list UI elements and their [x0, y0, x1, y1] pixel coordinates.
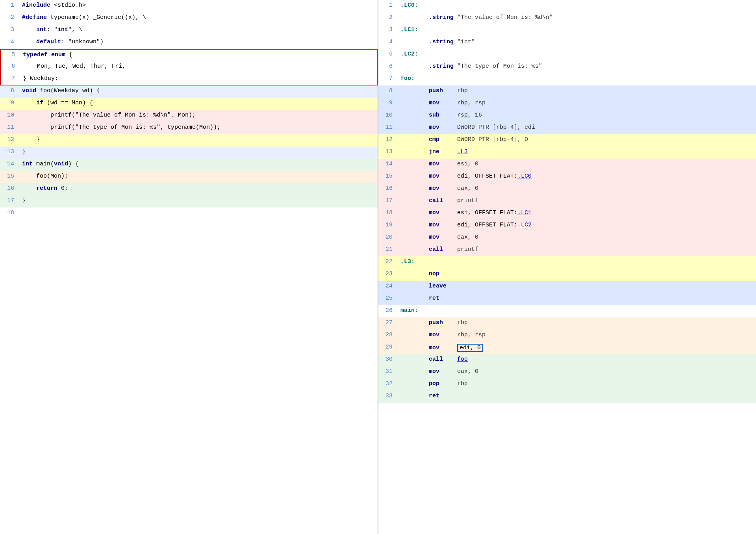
right-line-24: 24 leave	[378, 281, 756, 293]
asm-line-content: .string "int"	[397, 37, 756, 49]
right-line-6: 6 .string "The type of Mon is: %s"	[378, 61, 756, 73]
line-content: }	[19, 146, 378, 159]
asm-line-content: leave	[397, 281, 756, 293]
line-number: 21	[378, 244, 397, 256]
line-number: 16	[0, 183, 19, 195]
line-number: 10	[378, 110, 397, 122]
asm-line-content: mov eax, 0	[397, 183, 756, 195]
asm-line-content: mov esi, OFFSET FLAT:.LC1	[397, 208, 756, 220]
line-number: 9	[0, 98, 19, 110]
line-number: 3	[0, 24, 19, 37]
left-line-2: 2#define typename(x) _Generic((x), \	[0, 12, 378, 24]
line-number: 4	[378, 37, 397, 49]
right-line-32: 32 pop rbp	[378, 378, 756, 391]
asm-line-content: mov esi, 0	[397, 159, 756, 171]
asm-line-content: .LC0:	[397, 0, 756, 12]
right-line-20: 20 mov eax, 0	[378, 232, 756, 244]
right-line-18: 18 mov esi, OFFSET FLAT:.LC1	[378, 208, 756, 220]
line-number: 5	[1, 50, 20, 61]
asm-line-content: call printf	[397, 244, 756, 256]
line-content: default: "unknown")	[19, 37, 378, 49]
line-content: typedef enum {	[20, 50, 377, 61]
line-number: 29	[378, 342, 397, 354]
asm-line-content: mov rbp, rsp	[397, 330, 756, 342]
line-content: int: "int", \	[19, 24, 378, 37]
line-number: 14	[0, 159, 19, 171]
line-content: void foo(Weekday wd) {	[19, 85, 378, 98]
left-line-13: 13}	[0, 146, 378, 159]
line-content: }	[19, 134, 378, 146]
left-line-15: 15 foo(Mon);	[0, 171, 378, 183]
left-line-18: 18	[0, 208, 378, 220]
right-line-9: 9 mov rbp, rsp	[378, 98, 756, 110]
line-number: 31	[378, 366, 397, 378]
left-line-10: 10 printf("The value of Mon is: %d\n", M…	[0, 110, 378, 122]
right-line-8: 8 push rbp	[378, 85, 756, 98]
left-line-3: 3 int: "int", \	[0, 24, 378, 37]
line-number: 3	[378, 24, 397, 37]
asm-line-content: mov edi, 0	[397, 342, 756, 354]
line-number: 17	[378, 195, 397, 208]
right-line-27: 27 push rbp	[378, 317, 756, 330]
line-number: 12	[0, 134, 19, 146]
right-line-25: 25 ret	[378, 293, 756, 305]
line-number: 1	[0, 0, 19, 12]
line-number: 7	[1, 73, 20, 85]
left-line-1: 1#include <stdio.h>	[0, 0, 378, 12]
asm-line-content: mov rbp, rsp	[397, 98, 756, 110]
line-content: printf("The value of Mon is: %d\n", Mon)…	[19, 110, 378, 122]
asm-line-content: call foo	[397, 354, 756, 366]
asm-line-content: jne .L3	[397, 146, 756, 159]
line-number: 2	[378, 12, 397, 24]
line-content: Mon, Tue, Wed, Thur, Fri,	[20, 61, 377, 73]
line-content	[19, 208, 378, 220]
line-number: 23	[378, 269, 397, 281]
right-line-16: 16 mov eax, 0	[378, 183, 756, 195]
right-line-31: 31 mov eax, 0	[378, 366, 756, 378]
asm-line-content: ret	[397, 293, 756, 305]
asm-line-content: mov eax, 0	[397, 366, 756, 378]
left-line-17: 17}	[0, 195, 378, 208]
asm-line-content: nop	[397, 269, 756, 281]
asm-line-content: main:	[397, 305, 756, 317]
asm-line-content: .string "The type of Mon is: %s"	[397, 61, 756, 73]
line-number: 8	[378, 85, 397, 98]
line-number: 24	[378, 281, 397, 293]
left-pane: 1#include <stdio.h>2#define typename(x) …	[0, 0, 378, 534]
right-line-30: 30 call foo	[378, 354, 756, 366]
asm-line-content: pop rbp	[397, 378, 756, 391]
right-line-22: 22.L3:	[378, 256, 756, 269]
line-content: foo(Mon);	[19, 171, 378, 183]
line-content: if (wd == Mon) {	[19, 98, 378, 110]
asm-line-content: mov edi, OFFSET FLAT:.LC2	[397, 220, 756, 232]
asm-line-content: sub rsp, 16	[397, 110, 756, 122]
line-number: 11	[0, 122, 19, 134]
line-number: 16	[378, 183, 397, 195]
left-line-12: 12 }	[0, 134, 378, 146]
line-number: 7	[378, 73, 397, 85]
line-number: 26	[378, 305, 397, 317]
left-line-6: 6 Mon, Tue, Wed, Thur, Fri,	[0, 61, 378, 73]
line-number: 18	[378, 208, 397, 220]
left-line-16: 16 return 0;	[0, 183, 378, 195]
right-line-11: 11 mov DWORD PTR [rbp-4], edi	[378, 122, 756, 134]
line-number: 27	[378, 317, 397, 330]
line-number: 10	[0, 110, 19, 122]
asm-line-content: push rbp	[397, 317, 756, 330]
line-number: 28	[378, 330, 397, 342]
line-number: 30	[378, 354, 397, 366]
line-content: }	[19, 195, 378, 208]
right-line-5: 5.LC2:	[378, 49, 756, 61]
left-line-11: 11 printf("The type of Mon is: %s", type…	[0, 122, 378, 134]
line-number: 2	[0, 12, 19, 24]
line-content: int main(void) {	[19, 159, 378, 171]
line-content: return 0;	[19, 183, 378, 195]
right-line-28: 28 mov rbp, rsp	[378, 330, 756, 342]
line-number: 19	[378, 220, 397, 232]
line-number: 22	[378, 256, 397, 269]
line-number: 8	[0, 85, 19, 98]
line-number: 25	[378, 293, 397, 305]
line-number: 17	[0, 195, 19, 208]
line-number: 15	[378, 171, 397, 183]
right-line-21: 21 call printf	[378, 244, 756, 256]
